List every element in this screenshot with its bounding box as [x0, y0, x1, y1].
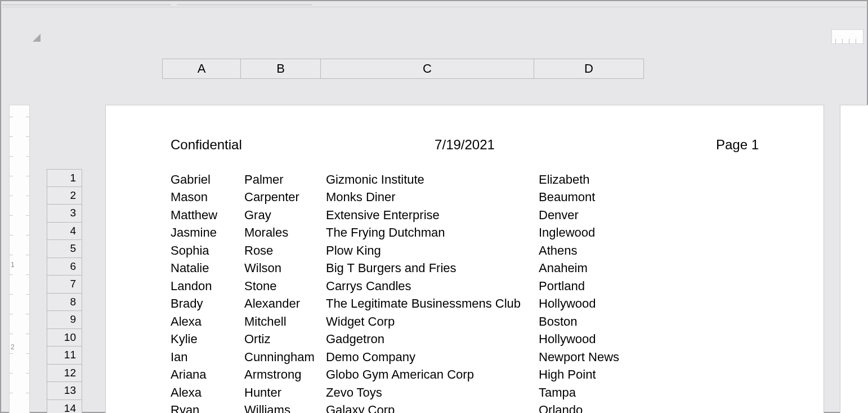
cell-B-11[interactable]: Cunningham	[244, 350, 326, 365]
row-header-4[interactable]: 4	[47, 223, 82, 241]
vruler-mark-2: 2	[11, 343, 15, 351]
top-strip	[2, 2, 866, 7]
table-row: MatthewGrayExtensive EnterpriseDenver	[171, 206, 651, 224]
data-area: GabrielPalmerGizmonic InstituteElizabeth…	[171, 171, 651, 413]
cell-B-4[interactable]: Morales	[244, 225, 326, 240]
table-row: JasmineMoralesThe Frying DutchmanInglewo…	[171, 224, 651, 242]
cell-A-11[interactable]: Ian	[171, 350, 244, 365]
cell-D-2[interactable]: Beaumont	[539, 190, 651, 205]
cell-D-12[interactable]: High Point	[539, 367, 651, 382]
cell-B-8[interactable]: Alexander	[244, 296, 326, 311]
table-row: AlexaMitchellWidget CorpBoston	[171, 313, 651, 331]
row-header-5[interactable]: 5	[47, 240, 82, 258]
cell-C-9[interactable]: Widget Corp	[326, 314, 539, 329]
cell-C-1[interactable]: Gizmonic Institute	[326, 172, 539, 187]
cell-A-7[interactable]: Landon	[171, 279, 244, 294]
cell-B-7[interactable]: Stone	[244, 279, 326, 294]
table-row: AlexaHunterZevo ToysTampa	[171, 384, 651, 402]
page-header-right: Page 1	[716, 137, 759, 153]
app-frame: A B C D 1 2 1234567891011121314 Confiden…	[0, 0, 868, 413]
horizontal-ruler-right	[831, 29, 863, 44]
cell-C-4[interactable]: The Frying Dutchman	[326, 225, 539, 240]
cell-C-6[interactable]: Big T Burgers and Fries	[326, 261, 539, 276]
cell-B-2[interactable]: Carpenter	[244, 190, 326, 205]
select-all-triangle[interactable]	[33, 34, 41, 42]
cell-A-5[interactable]: Sophia	[171, 243, 244, 258]
cell-C-13[interactable]: Zevo Toys	[326, 385, 539, 400]
row-header-14[interactable]: 14	[47, 400, 82, 414]
row-header-10[interactable]: 10	[47, 329, 82, 347]
cell-D-9[interactable]: Boston	[539, 314, 651, 329]
row-header-6[interactable]: 6	[47, 258, 82, 276]
cell-A-13[interactable]: Alexa	[171, 385, 244, 400]
cell-D-3[interactable]: Denver	[539, 208, 651, 223]
table-row: GabrielPalmerGizmonic InstituteElizabeth	[171, 171, 651, 189]
row-headers: 1234567891011121314	[47, 169, 82, 413]
vruler-mark-1: 1	[11, 261, 15, 269]
cell-D-8[interactable]: Hollywood	[539, 296, 651, 311]
cell-D-4[interactable]: Inglewood	[539, 225, 651, 240]
cell-C-12[interactable]: Globo Gym American Corp	[326, 367, 539, 382]
cell-D-7[interactable]: Portland	[539, 279, 651, 294]
cell-D-14[interactable]: Orlando	[539, 403, 651, 413]
cell-B-14[interactable]: Williams	[244, 403, 326, 413]
cell-B-3[interactable]: Gray	[244, 208, 326, 223]
table-row: BradyAlexanderThe Legitimate Businessmen…	[171, 295, 651, 313]
next-page-sliver	[840, 105, 868, 413]
cell-D-10[interactable]: Hollywood	[539, 332, 651, 347]
cell-A-1[interactable]: Gabriel	[171, 172, 244, 187]
table-row: KylieOrtizGadgetronHollywood	[171, 331, 651, 349]
cell-C-10[interactable]: Gadgetron	[326, 332, 539, 347]
cell-D-1[interactable]: Elizabeth	[539, 172, 651, 187]
cell-A-2[interactable]: Mason	[171, 190, 244, 205]
cell-B-1[interactable]: Palmer	[244, 172, 326, 187]
cell-A-10[interactable]: Kylie	[171, 332, 244, 347]
cell-B-12[interactable]: Armstrong	[244, 367, 326, 382]
cell-C-11[interactable]: Demo Company	[326, 350, 539, 365]
column-header-A[interactable]: A	[162, 59, 240, 79]
cell-C-5[interactable]: Plow King	[326, 243, 539, 258]
cell-C-3[interactable]: Extensive Enterprise	[326, 208, 539, 223]
cell-A-14[interactable]: Ryan	[171, 403, 244, 413]
column-header-D[interactable]: D	[534, 59, 644, 79]
table-row: LandonStoneCarrys CandlesPortland	[171, 277, 651, 295]
cell-A-6[interactable]: Natalie	[171, 261, 244, 276]
cell-D-13[interactable]: Tampa	[539, 385, 651, 400]
cell-A-12[interactable]: Ariana	[171, 367, 244, 382]
row-header-8[interactable]: 8	[47, 294, 82, 312]
table-row: ArianaArmstrongGlobo Gym American CorpHi…	[171, 366, 651, 384]
column-header-C[interactable]: C	[320, 59, 534, 79]
cell-A-9[interactable]: Alexa	[171, 314, 244, 329]
column-header-B[interactable]: B	[240, 59, 320, 79]
cell-A-4[interactable]: Jasmine	[171, 225, 244, 240]
row-header-9[interactable]: 9	[47, 311, 82, 329]
column-headers: A B C D	[162, 59, 644, 79]
row-header-12[interactable]: 12	[47, 365, 82, 383]
cell-B-5[interactable]: Rose	[244, 243, 326, 258]
row-header-7[interactable]: 7	[47, 276, 82, 294]
cell-C-14[interactable]: Galaxy Corp	[326, 403, 539, 413]
cell-D-11[interactable]: Newport News	[539, 350, 651, 365]
cell-A-8[interactable]: Brady	[171, 296, 244, 311]
row-header-2[interactable]: 2	[47, 187, 82, 205]
table-row: NatalieWilsonBig T Burgers and FriesAnah…	[171, 260, 651, 278]
table-row: IanCunninghamDemo CompanyNewport News	[171, 348, 651, 366]
cell-C-2[interactable]: Monks Diner	[326, 190, 539, 205]
row-header-11[interactable]: 11	[47, 347, 82, 365]
row-header-13[interactable]: 13	[47, 382, 82, 400]
cell-A-3[interactable]: Matthew	[171, 208, 244, 223]
cell-C-8[interactable]: The Legitimate Businessmens Club	[326, 296, 539, 311]
table-row: MasonCarpenterMonks DinerBeaumont	[171, 189, 651, 207]
cell-B-10[interactable]: Ortiz	[244, 332, 326, 347]
cell-D-5[interactable]: Athens	[539, 243, 651, 258]
cell-B-9[interactable]: Mitchell	[244, 314, 326, 329]
table-row: SophiaRosePlow KingAthens	[171, 242, 651, 260]
cell-C-7[interactable]: Carrys Candles	[326, 279, 539, 294]
row-header-1[interactable]: 1	[47, 169, 82, 187]
table-row: RyanWilliamsGalaxy CorpOrlando	[171, 402, 651, 414]
cell-B-13[interactable]: Hunter	[244, 385, 326, 400]
print-page: Confidential 7/19/2021 Page 1 GabrielPal…	[105, 105, 824, 413]
row-header-3[interactable]: 3	[47, 205, 82, 223]
cell-B-6[interactable]: Wilson	[244, 261, 326, 276]
cell-D-6[interactable]: Anaheim	[539, 261, 651, 276]
